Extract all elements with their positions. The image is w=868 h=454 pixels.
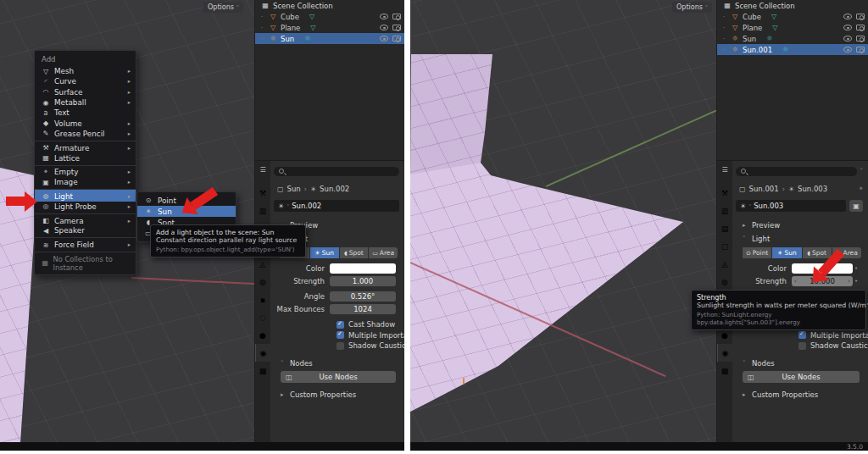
fake-user-button[interactable]: ▣: [849, 200, 863, 212]
property-tab-icon[interactable]: ⚒: [255, 184, 270, 202]
preview-section-header[interactable]: ▸ Preview: [736, 219, 863, 230]
menu-item[interactable]: ▦ Lattice ▸: [35, 152, 136, 163]
breadcrumb-object[interactable]: Sun.001: [749, 185, 779, 193]
strength-field[interactable]: 1.000: [330, 276, 396, 286]
viewport-options-button[interactable]: Options ˅: [672, 2, 712, 13]
breadcrumb-data[interactable]: Sun.003: [798, 185, 827, 193]
outliner-row[interactable]: · ☼ Sun ☼: [717, 33, 868, 44]
object-name[interactable]: Cube: [281, 13, 301, 21]
search-input[interactable]: [274, 167, 399, 176]
property-tab-icon[interactable]: ▩: [255, 362, 270, 379]
object-name[interactable]: Sun: [281, 35, 296, 43]
decorator-dot[interactable]: •: [853, 265, 860, 272]
outliner-row[interactable]: · ☼ Sun.001 ☼: [717, 44, 868, 55]
property-tab-icon[interactable]: ⚒: [717, 184, 732, 202]
object-name[interactable]: Plane: [743, 24, 764, 32]
menu-item[interactable]: ◜ Curve ▸: [35, 76, 136, 86]
object-name[interactable]: Sun.001: [743, 46, 774, 54]
visibility-eye-icon[interactable]: [843, 25, 852, 30]
visibility-eye-icon[interactable]: [380, 14, 388, 19]
menu-item[interactable]: ◎ Light Probe ▸: [35, 202, 136, 212]
property-tab-icon[interactable]: ◍: [255, 273, 270, 291]
disclosure-icon[interactable]: ·: [723, 47, 727, 53]
increment-arrow-icon[interactable]: ›: [848, 276, 850, 286]
use-nodes-button[interactable]: ◫ Use Nodes: [281, 371, 396, 383]
menu-item[interactable]: ⚒ Armature ▸: [35, 141, 136, 152]
editor-type-icon[interactable]: ☰: [256, 163, 270, 175]
visibility-eye-icon[interactable]: [843, 14, 852, 19]
menu-item[interactable]: ◆ Volume ▸: [35, 118, 136, 128]
light-type-button[interactable]: ⊙ Point: [743, 247, 771, 258]
custom-properties-header[interactable]: ▸ Custom Properties: [274, 390, 399, 401]
outliner-row[interactable]: · ▽ Cube ▽: [255, 11, 404, 22]
editor-type-icon[interactable]: ☰: [718, 163, 732, 175]
light-type-button[interactable]: ◖ Spot: [340, 247, 369, 258]
use-nodes-button[interactable]: ◫ Use Nodes: [743, 371, 860, 383]
viewport-options-button[interactable]: Options ˅: [203, 2, 243, 13]
render-visibility-icon[interactable]: [856, 36, 865, 42]
menu-item[interactable]: ◧ Camera ▸: [35, 213, 136, 225]
light-type-button[interactable]: ▭ Area: [369, 247, 398, 258]
outliner-row[interactable]: · ▽ Plane ▽: [255, 22, 404, 33]
menu-item[interactable]: ◀ Speaker ▸: [35, 225, 136, 235]
light-type-button[interactable]: ☀ Sun: [310, 247, 339, 258]
nodes-section-header[interactable]: ˅ Nodes: [274, 358, 399, 369]
decorator-dot[interactable]: •: [853, 278, 860, 285]
disclosure-icon[interactable]: ·: [723, 36, 727, 42]
menu-item[interactable]: ≋ Force Field ▸: [35, 237, 136, 249]
menu-item[interactable]: ◠ Surface ▸: [35, 87, 136, 97]
property-tab-icon[interactable]: ▤: [717, 219, 732, 237]
checkbox[interactable]: [337, 342, 344, 350]
visibility-eye-icon[interactable]: [380, 25, 388, 30]
light-type-button[interactable]: ☀ Sun: [772, 247, 801, 258]
render-visibility-icon[interactable]: [392, 14, 401, 19]
property-tab-icon[interactable]: ▩: [717, 362, 732, 379]
chevron-down-icon[interactable]: ˅: [860, 168, 864, 174]
outliner-row[interactable]: · ▽ Cube ▽: [717, 11, 868, 22]
property-tab-icon[interactable]: ◍: [717, 273, 732, 291]
visibility-eye-icon[interactable]: [843, 36, 852, 42]
disclosure-icon[interactable]: ·: [261, 36, 265, 42]
search-input[interactable]: [736, 167, 857, 176]
disclosure-icon[interactable]: ·: [723, 25, 727, 31]
menu-item[interactable]: ◍ Light ▸: [35, 189, 136, 201]
angle-field[interactable]: 0.526°: [330, 291, 396, 302]
disclosure-icon[interactable]: ·: [261, 25, 265, 31]
checkbox[interactable]: [798, 331, 806, 339]
light-section-header[interactable]: ˅ Light: [736, 233, 863, 244]
render-visibility-icon[interactable]: [856, 47, 865, 53]
menu-item[interactable]: ◉ Metaball ▸: [35, 97, 136, 108]
outliner-row[interactable]: · ▽ Plane ▽: [717, 22, 868, 33]
property-tab-icon[interactable]: ●: [255, 326, 270, 344]
disclosure-icon[interactable]: ·: [261, 14, 265, 20]
property-tab-icon[interactable]: ▥: [717, 202, 732, 219]
object-name[interactable]: Cube: [743, 13, 763, 21]
decrement-arrow-icon[interactable]: ‹: [794, 276, 797, 286]
property-tab-icon[interactable]: ▪: [255, 291, 270, 308]
menu-item[interactable]: ▣ Image ▸: [35, 177, 136, 187]
property-tab-icon[interactable]: ◌: [255, 308, 270, 326]
menu-item[interactable]: a Text ▸: [35, 108, 136, 118]
outliner-row[interactable]: · ☼ Sun ☼: [255, 33, 404, 44]
render-visibility-icon[interactable]: [392, 36, 401, 42]
datablock-name-field[interactable]: ☀ ˅ Sun.002: [274, 200, 399, 212]
menu-item[interactable]: ✎ Grease Pencil ▸: [35, 129, 136, 139]
render-visibility-icon[interactable]: [856, 14, 865, 19]
property-tab-icon[interactable]: ▥: [255, 202, 270, 219]
checkbox[interactable]: [798, 342, 806, 350]
breadcrumb-data[interactable]: Sun.002: [320, 185, 349, 193]
color-swatch[interactable]: [330, 263, 396, 274]
custom-properties-header[interactable]: ▸ Custom Properties: [736, 390, 863, 401]
light-type-button[interactable]: ◖ Spot: [803, 247, 832, 258]
object-name[interactable]: Sun: [743, 35, 758, 43]
render-visibility-icon[interactable]: [856, 25, 865, 30]
checkbox[interactable]: [337, 321, 344, 329]
visibility-eye-icon[interactable]: [380, 36, 388, 42]
menu-item[interactable]: ⌖ Empty ▸: [35, 165, 136, 177]
menu-item[interactable]: ▽ Mesh ▸: [35, 66, 136, 76]
breadcrumb-object[interactable]: Sun: [287, 185, 301, 193]
property-tab-icon[interactable]: ◉: [255, 344, 270, 362]
max-bounces-field[interactable]: 1024: [330, 304, 396, 314]
scene-collection-row[interactable]: ▦ Scene Collection: [717, 0, 868, 11]
property-tab-icon[interactable]: ▢: [717, 237, 732, 255]
